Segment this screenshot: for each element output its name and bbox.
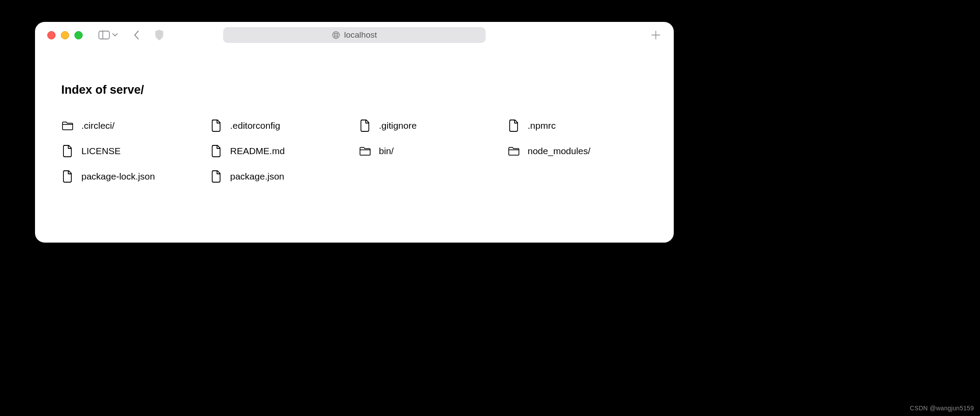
entry-name: README.md <box>230 146 285 156</box>
window-controls <box>47 31 83 39</box>
entry-name: .npmrc <box>528 120 556 131</box>
entry-name: LICENSE <box>81 146 121 156</box>
directory-entry[interactable]: .editorconfig <box>210 120 350 132</box>
file-icon <box>210 170 222 183</box>
close-window-button[interactable] <box>47 31 56 39</box>
globe-icon <box>332 31 340 39</box>
address-bar[interactable]: localhost <box>223 27 486 43</box>
directory-entry[interactable]: README.md <box>210 145 350 157</box>
entry-name: node_modules/ <box>528 146 591 156</box>
folder-icon <box>508 145 520 157</box>
plus-icon <box>651 30 661 40</box>
folder-icon <box>61 120 74 132</box>
directory-entry[interactable]: package-lock.json <box>61 170 201 183</box>
sidebar-toggle-button[interactable] <box>98 31 118 39</box>
shield-icon <box>154 29 164 41</box>
file-icon <box>61 170 74 183</box>
entry-name: .circleci/ <box>81 120 115 131</box>
folder-icon <box>359 145 371 157</box>
file-icon <box>210 120 222 132</box>
entry-name: package-lock.json <box>81 171 155 182</box>
file-icon <box>210 145 222 157</box>
directory-entry[interactable]: .circleci/ <box>61 120 201 132</box>
new-tab-button[interactable] <box>651 30 661 40</box>
file-icon <box>508 120 520 132</box>
directory-entry[interactable]: LICENSE <box>61 145 201 157</box>
chevron-down-icon <box>112 33 118 37</box>
sidebar-icon <box>98 31 110 39</box>
svg-rect-0 <box>99 31 109 39</box>
browser-window: localhost Index of serve/ .circleci/.edi… <box>35 22 674 243</box>
directory-entry[interactable]: package.json <box>210 170 350 183</box>
chevron-left-icon <box>133 30 140 40</box>
directory-entry[interactable]: bin/ <box>359 145 499 157</box>
entry-name: bin/ <box>379 146 394 156</box>
privacy-shield-button[interactable] <box>154 29 164 41</box>
page-content: Index of serve/ .circleci/.editorconfig.… <box>35 48 674 183</box>
directory-entry[interactable]: .gitignore <box>359 120 499 132</box>
directory-entry[interactable]: .npmrc <box>508 120 648 132</box>
entry-name: package.json <box>230 171 284 182</box>
entry-name: .gitignore <box>379 120 416 131</box>
watermark: CSDN @wangjun5159 <box>910 405 974 412</box>
directory-entry[interactable]: node_modules/ <box>508 145 648 157</box>
back-button[interactable] <box>133 30 140 40</box>
file-icon <box>61 145 74 157</box>
file-icon <box>359 120 371 132</box>
browser-toolbar: localhost <box>35 22 674 48</box>
file-grid: .circleci/.editorconfig.gitignore.npmrcL… <box>61 120 648 183</box>
page-title: Index of serve/ <box>61 83 648 97</box>
address-url: localhost <box>344 30 377 40</box>
zoom-window-button[interactable] <box>74 31 83 39</box>
minimize-window-button[interactable] <box>61 31 69 39</box>
entry-name: .editorconfig <box>230 120 280 131</box>
